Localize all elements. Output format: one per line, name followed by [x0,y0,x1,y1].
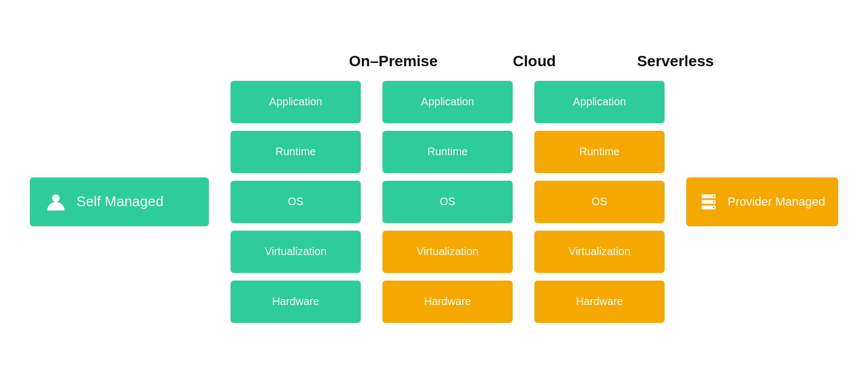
cell-cloud-virtualization: Virtualization [382,231,513,273]
cell-cloud-application: Application [382,81,513,123]
svg-point-5 [713,201,714,202]
cell-onpremise-virtualization: Virtualization [231,231,361,273]
cell-onpremise-application: Application [231,81,361,123]
person-icon [45,191,67,213]
svg-point-6 [713,206,714,208]
cell-cloud-runtime: Runtime [382,131,513,173]
columns-area: Application Runtime OS Virtualization Ha… [231,81,665,323]
cell-cloud-os: OS [382,181,513,223]
cell-onpremise-runtime: Runtime [231,131,361,173]
diagram-container: On–Premise Cloud Serverless Self Managed… [0,36,868,339]
header-cloud: Cloud [464,53,605,70]
provider-managed-label: Provider Managed [686,177,838,226]
self-managed-text: Self Managed [76,193,163,210]
main-row: Self Managed Application Runtime OS Virt… [30,81,838,323]
svg-point-0 [52,194,60,202]
header-serverless: Serverless [605,53,746,70]
cell-serverless-application: Application [534,81,665,123]
cell-serverless-runtime: Runtime [534,131,665,173]
cell-serverless-hardware: Hardware [534,281,665,323]
server-icon [699,191,718,213]
self-managed-label: Self Managed [30,177,209,226]
cell-cloud-hardware: Hardware [382,281,513,323]
column-cloud: Application Runtime OS Virtualization Ha… [382,81,513,323]
column-onpremise: Application Runtime OS Virtualization Ha… [231,81,361,323]
cell-serverless-virtualization: Virtualization [534,231,665,273]
cell-onpremise-os: OS [231,181,361,223]
column-headers: On–Premise Cloud Serverless [323,53,746,70]
cell-serverless-os: OS [534,181,665,223]
header-onpremise: On–Premise [323,53,464,70]
column-serverless: Application Runtime OS Virtualization Ha… [534,81,665,323]
provider-managed-text: Provider Managed [727,195,825,209]
cell-onpremise-hardware: Hardware [231,281,361,323]
svg-point-4 [713,195,714,197]
